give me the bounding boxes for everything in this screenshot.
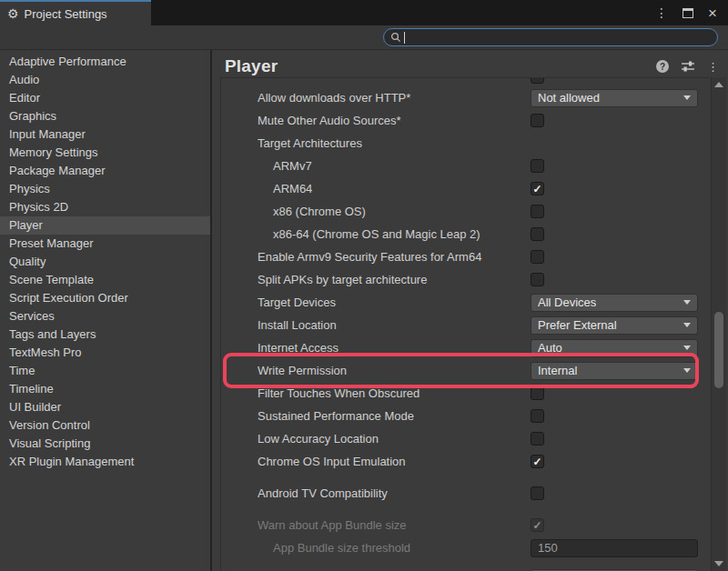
close-icon[interactable]: × — [708, 5, 717, 21]
checkbox[interactable]: ✓ — [531, 114, 544, 127]
scroll-down-icon[interactable] — [714, 561, 723, 566]
sidebar-item-physics[interactable]: Physics — [0, 180, 210, 198]
sidebar-item-editor[interactable]: Editor — [0, 89, 210, 107]
settings-row: Chrome OS Input Emulation ✓ — [221, 450, 710, 473]
sidebar-item-label: Timeline — [9, 382, 54, 396]
sidebar-item-graphics[interactable]: Graphics — [0, 107, 210, 125]
checkbox[interactable]: ✓ — [531, 159, 544, 173]
tab-title: Project Settings — [25, 7, 107, 21]
player-settings-panel: Player ? ⋮ ✓ Allow downloads — [212, 50, 728, 571]
checkbox[interactable]: ✓ — [531, 432, 544, 446]
setting-label: Split APKs by target architecture — [258, 273, 531, 286]
search-input[interactable] — [408, 29, 711, 45]
vertical-scrollbar[interactable] — [711, 77, 726, 571]
settings-row: Target Devices All Devices — [221, 291, 710, 314]
panel-menu-icon[interactable]: ⋮ — [707, 61, 719, 73]
settings-row: Low Accuracy Location ✓ — [221, 427, 710, 450]
checkbox[interactable]: ✓ — [531, 78, 544, 84]
sidebar-item-scene-template[interactable]: Scene Template — [0, 271, 210, 289]
dropdown[interactable]: Not allowed — [531, 89, 698, 107]
settings-row: Split APKs by target architecture ✓ — [221, 268, 710, 291]
settings-row: App Bundle size threshold — [221, 536, 710, 559]
settings-row: Write Permission Internal — [221, 359, 710, 382]
settings-row: Mute Other Audio Sources* ✓ — [221, 109, 710, 132]
settings-row: Install Location Prefer External — [221, 314, 710, 336]
dropdown[interactable]: All Devices — [531, 294, 698, 312]
sidebar-item-label: XR Plugin Management — [9, 455, 134, 468]
sidebar-item-visual-scripting[interactable]: Visual Scripting — [0, 435, 210, 453]
sidebar-item-input-manager[interactable]: Input Manager — [0, 125, 210, 144]
checkbox[interactable]: ✓ — [531, 409, 544, 423]
toolbar — [0, 25, 728, 50]
sidebar-item-script-execution-order[interactable]: Script Execution Order — [0, 289, 210, 307]
setting-control: Auto — [531, 339, 698, 357]
dropdown-value: Auto — [538, 341, 562, 355]
sidebar-item-preset-manager[interactable]: Preset Manager — [0, 235, 210, 253]
checkbox[interactable]: ✓ — [531, 227, 544, 241]
setting-label: Write Permission — [258, 364, 531, 377]
sidebar-item-ui-builder[interactable]: UI Builder — [0, 398, 210, 416]
search-box[interactable] — [383, 28, 718, 46]
checkbox[interactable]: ✓ — [531, 486, 544, 500]
sidebar-item-version-control[interactable]: Version Control — [0, 416, 210, 435]
setting-control: Prefer External — [531, 316, 698, 335]
checkmark-icon: ✓ — [532, 184, 541, 195]
sidebar-item-services[interactable]: Services — [0, 307, 210, 326]
setting-control: Not allowed — [531, 89, 698, 107]
header-icons: ? ⋮ — [656, 60, 719, 73]
project-settings-window: ⚙ Project Settings ⋮ × Adaptive Performa… — [0, 0, 728, 571]
setting-label: x86-64 (Chrome OS and Magic Leap 2) — [273, 227, 531, 241]
sidebar-item-quality[interactable]: Quality — [0, 253, 210, 271]
maximize-icon[interactable] — [682, 8, 693, 18]
sidebar-item-label: UI Builder — [9, 400, 61, 414]
sidebar-item-label: TextMesh Pro — [9, 346, 81, 359]
scrollbar-thumb[interactable] — [714, 312, 723, 388]
row-spacer — [221, 473, 710, 482]
setting-control: ✓ — [531, 455, 698, 468]
checkbox[interactable]: ✓ — [531, 455, 544, 468]
checkbox[interactable]: ✓ — [531, 250, 544, 264]
setting-label: Internet Access — [258, 341, 531, 355]
setting-control: ✓ — [531, 159, 698, 173]
sidebar-item-timeline[interactable]: Timeline — [0, 380, 210, 398]
sidebar-item-textmesh-pro[interactable]: TextMesh Pro — [0, 344, 210, 362]
sidebar-item-memory-settings[interactable]: Memory Settings — [0, 144, 210, 162]
sidebar-item-player[interactable]: Player — [0, 216, 210, 235]
sidebar-item-physics-2d[interactable]: Physics 2D — [0, 198, 210, 216]
help-icon[interactable]: ? — [656, 60, 669, 73]
value-field[interactable] — [531, 539, 698, 557]
window-menu-icon[interactable]: ⋮ — [655, 6, 668, 19]
checkbox[interactable]: ✓ — [531, 205, 544, 218]
sidebar-item-adaptive-performance[interactable]: Adaptive Performance — [0, 53, 210, 71]
sidebar-item-tags-and-layers[interactable]: Tags and Layers — [0, 326, 210, 344]
scroll-up-icon[interactable] — [714, 82, 723, 87]
sidebar-item-label: Script Execution Order — [9, 291, 128, 305]
sidebar-item-label: Memory Settings — [9, 145, 98, 159]
tab-project-settings[interactable]: ⚙ Project Settings — [0, 0, 151, 25]
sidebar-item-audio[interactable]: Audio — [0, 71, 210, 89]
checkbox[interactable]: ✓ — [531, 182, 544, 195]
setting-label: Allow downloads over HTTP* — [258, 91, 531, 105]
setting-label: Target Architectures — [258, 136, 710, 150]
sidebar-item-label: Visual Scripting — [9, 436, 90, 450]
sidebar-item-xr-plugin-management[interactable]: XR Plugin Management — [0, 453, 210, 471]
dropdown[interactable]: Prefer External — [531, 316, 698, 335]
sidebar-item-package-manager[interactable]: Package Manager — [0, 162, 210, 180]
dropdown[interactable]: Auto — [531, 339, 698, 357]
sidebar-item-label: Input Manager — [9, 127, 86, 141]
setting-label: Chrome OS Input Emulation — [258, 455, 531, 468]
row-spacer — [221, 559, 710, 566]
presets-icon[interactable] — [681, 60, 695, 73]
settings-scroll-area: ✓ Allow downloads over HTTP* Not allowed… — [220, 77, 710, 571]
setting-control: ✓ — [531, 486, 698, 500]
checkbox[interactable]: ✓ — [531, 386, 544, 400]
dropdown[interactable]: Internal — [531, 362, 698, 380]
panel-header: Player ? ⋮ — [212, 50, 728, 77]
checkbox[interactable]: ✓ — [531, 518, 544, 532]
settings-row: Internet Access Auto — [221, 336, 710, 359]
settings-row: Sustained Performance Mode ✓ — [221, 405, 710, 427]
sidebar-item-label: Version Control — [9, 418, 90, 432]
setting-control: ✓ — [531, 250, 698, 264]
sidebar-item-time[interactable]: Time — [0, 362, 210, 380]
checkbox[interactable]: ✓ — [531, 273, 544, 286]
